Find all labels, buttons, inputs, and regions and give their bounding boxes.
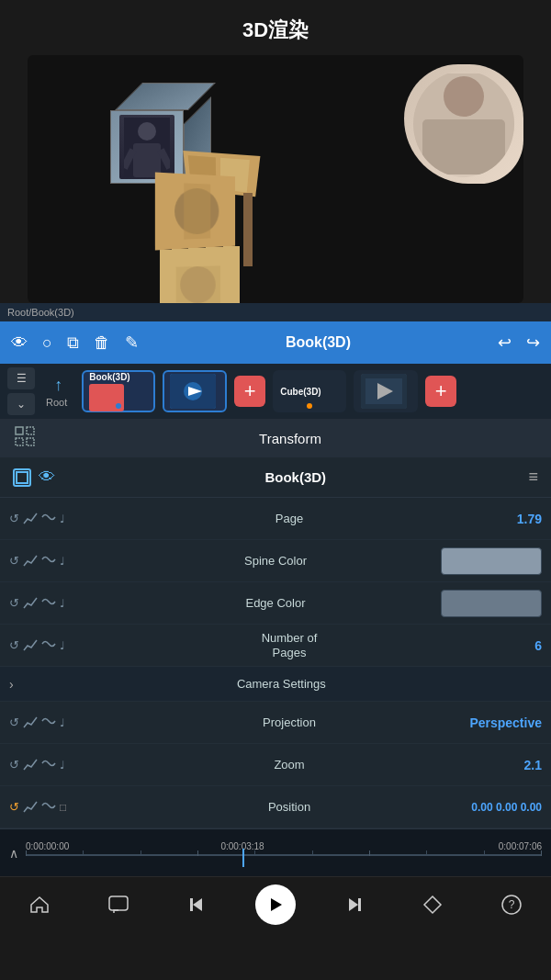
prop-name-zoom: Zoom xyxy=(110,758,468,772)
help-button[interactable]: ? xyxy=(491,884,532,925)
eye-icon[interactable]: 👁 xyxy=(11,333,28,353)
redo-icon[interactable]: ↪ xyxy=(526,332,540,353)
prop-value-zoom[interactable]: 2.1 xyxy=(468,758,542,772)
prop-row-position[interactable]: ↺ □ Position 0.00 0.00 0.00 xyxy=(0,786,551,828)
next-button[interactable] xyxy=(334,884,375,925)
prop-icons-projection: ↺ ♩ xyxy=(9,715,110,730)
play-button[interactable] xyxy=(255,884,296,925)
chat-button[interactable] xyxy=(98,884,139,925)
wave-icon-zoom xyxy=(41,757,56,772)
prop-row-zoom[interactable]: ↺ ♩ Zoom 2.1 xyxy=(0,744,551,786)
prop-name-page: Page xyxy=(110,512,468,525)
note-icon-position: □ xyxy=(60,801,66,814)
book-spine xyxy=(243,193,253,266)
home-button[interactable] xyxy=(19,884,60,925)
transform-label: Transform xyxy=(44,431,536,446)
svg-rect-18 xyxy=(422,119,505,175)
timeline-track xyxy=(26,854,542,856)
svg-marker-34 xyxy=(349,898,358,911)
action-bar: 👁 ○ ⧉ 🗑 ✎ Book(3D) ↩ ↪ xyxy=(0,321,551,364)
add-layer-btn-1[interactable]: + xyxy=(234,376,265,407)
cube-person-image xyxy=(119,115,174,179)
layer-strip: ☰ ⌄ ↑ Root Book(3D) + Cube(3D) xyxy=(0,364,551,419)
svg-rect-26 xyxy=(27,427,34,434)
layer-item-book3d[interactable]: Book(3D) xyxy=(82,370,155,412)
prop-value-page[interactable]: 1.79 xyxy=(468,512,542,526)
svg-rect-32 xyxy=(190,898,193,911)
layer-item-video1[interactable] xyxy=(354,370,418,412)
transform-bar: Transform xyxy=(0,419,551,457)
graph-icon-page xyxy=(23,512,38,526)
svg-rect-30 xyxy=(109,896,128,910)
timeline-collapse-icon[interactable]: ∧ xyxy=(9,846,18,861)
timeline-cursor[interactable] xyxy=(242,849,244,867)
prop-row-projection[interactable]: ↺ ♩ Projection Perspective xyxy=(0,702,551,744)
cycle-icon-edge: ↺ xyxy=(9,596,19,610)
properties-panel: 👁 Book(3D) ≡ ↺ ♩ Page 1.79 ↺ ♩ xyxy=(0,457,551,828)
note-icon-edge: ♩ xyxy=(60,597,65,610)
note-icon-page: ♩ xyxy=(60,513,65,525)
svg-rect-10 xyxy=(184,183,210,239)
wave-icon-position xyxy=(41,799,56,815)
panel-menu-icon[interactable]: ≡ xyxy=(528,467,538,487)
book-left-page xyxy=(155,173,235,251)
panel-title: Book(3D) xyxy=(62,469,528,485)
camera-chevron-icon: › xyxy=(9,677,14,692)
cycle-icon-spine: ↺ xyxy=(9,554,19,568)
diamond-button[interactable] xyxy=(412,884,453,925)
prop-value-projection[interactable]: Perspective xyxy=(468,715,542,730)
prop-icons-position: ↺ □ xyxy=(9,799,110,815)
note-icon-zoom: ♩ xyxy=(60,759,65,772)
prop-name-edge: Edge Color xyxy=(110,596,441,610)
cycle-icon-numpages: ↺ xyxy=(9,638,19,652)
prop-name-projection: Projection xyxy=(110,715,468,729)
note-icon-projection: ♩ xyxy=(60,716,65,729)
layer-thumb-video1 xyxy=(361,374,407,409)
cycle-icon-page: ↺ xyxy=(9,512,19,525)
breadcrumb: Root/Book(3D) xyxy=(7,307,74,318)
layer-dot-book3d xyxy=(116,403,121,409)
timeline-area: ∧ 0:00:00:00 0:00:03:18 0:00:07:06 xyxy=(0,828,551,876)
layer-label-cube3d: Cube(3D) xyxy=(280,387,320,397)
prop-row-num-pages[interactable]: ↺ ♩ Number ofPages 6 xyxy=(0,625,551,667)
book-right-page xyxy=(160,246,240,303)
graph-icon-zoom xyxy=(23,758,38,772)
prop-row-spine-color[interactable]: ↺ ♩ Spine Color xyxy=(0,540,551,582)
graph-icon-spine xyxy=(23,554,38,569)
prev-button[interactable] xyxy=(176,884,217,925)
svg-point-1 xyxy=(138,122,156,141)
edit-icon[interactable]: ✎ xyxy=(125,332,139,353)
layer-item-video2[interactable] xyxy=(163,370,227,412)
graph-icon-edge xyxy=(23,596,38,611)
layer-sidebar: ☰ ⌄ xyxy=(7,367,35,415)
layer-list-icon[interactable]: ☰ xyxy=(7,367,35,389)
wave-icon-page xyxy=(41,511,56,526)
graph-icon-projection xyxy=(23,715,38,730)
prop-icons-numpages: ↺ ♩ xyxy=(9,637,110,653)
layer-collapse-icon[interactable]: ⌄ xyxy=(7,393,35,415)
svg-rect-27 xyxy=(16,438,23,445)
panel-eye-icon[interactable]: 👁 xyxy=(39,467,55,487)
prop-value-numpages[interactable]: 6 xyxy=(468,638,542,653)
wave-icon-numpages xyxy=(41,637,56,653)
spine-color-swatch[interactable] xyxy=(441,547,542,575)
breadcrumb-bar: Root/Book(3D) xyxy=(0,303,551,321)
triangle-photo-preview xyxy=(404,64,523,184)
prop-row-edge-color[interactable]: ↺ ♩ Edge Color xyxy=(0,582,551,625)
copy-icon[interactable]: ⧉ xyxy=(67,333,79,353)
header: 3D渲染 xyxy=(0,0,551,55)
action-bar-title: Book(3D) xyxy=(153,334,483,351)
wave-icon-projection xyxy=(41,715,56,730)
prop-icons-spine: ↺ ♩ xyxy=(9,553,110,569)
edge-color-swatch[interactable] xyxy=(441,590,542,617)
layer-item-cube3d[interactable]: Cube(3D) xyxy=(273,370,346,412)
svg-rect-29 xyxy=(17,472,28,483)
add-layer-btn-2[interactable]: + xyxy=(425,376,456,407)
preview-canvas xyxy=(28,55,523,303)
delete-icon[interactable]: 🗑 xyxy=(94,333,110,353)
circle-icon[interactable]: ○ xyxy=(42,333,52,353)
camera-section-header[interactable]: › Camera Settings xyxy=(0,667,551,702)
prop-value-position[interactable]: 0.00 0.00 0.00 xyxy=(468,801,542,814)
undo-icon[interactable]: ↩ xyxy=(498,332,512,353)
prop-row-page[interactable]: ↺ ♩ Page 1.79 xyxy=(0,498,551,540)
